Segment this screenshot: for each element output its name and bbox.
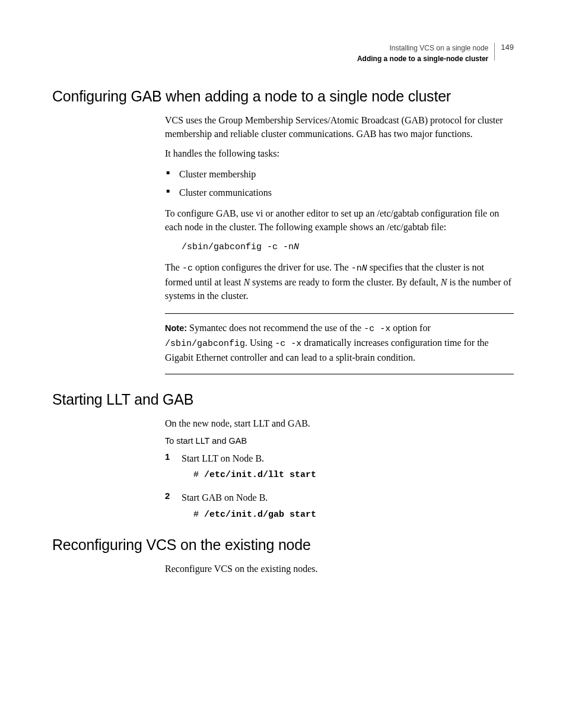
paragraph: VCS uses the Group Membership Services/A… — [165, 113, 514, 141]
code-inline: -c -x — [275, 339, 301, 349]
step-text: Start GAB on Node B. — [182, 491, 514, 504]
paragraph: The -c option configures the driver for … — [165, 260, 514, 303]
code-text: /sbin/gabconfig -c -n — [182, 242, 294, 252]
page-number: 149 — [501, 43, 514, 52]
text: systems are ready to form the cluster. B… — [250, 277, 441, 287]
section-heading-gab: Configuring GAB when adding a node to a … — [52, 88, 514, 105]
text: . Using — [245, 338, 275, 348]
procedure-heading: To start LLT and GAB — [165, 436, 514, 446]
code-inline: -c — [182, 263, 193, 274]
section-heading-reconfig: Reconfiguring VCS on the existing node — [52, 536, 514, 554]
section-heading-llt: Starting LLT and GAB — [52, 391, 514, 408]
text: option configures the driver for use. Th… — [193, 262, 351, 272]
note-box: Note: Symantec does not recommend the us… — [165, 313, 514, 374]
section-body-llt: On the new node, start LLT and GAB. To s… — [165, 417, 514, 520]
section-body-reconfig: Reconfigure VCS on the existing nodes. — [165, 562, 514, 576]
step-item: 1 Start LLT on Node B. # /etc/init.d/llt… — [165, 452, 514, 480]
prompt: # — [193, 510, 204, 520]
code-inline: /sbin/gabconfig — [165, 339, 245, 349]
list-item: Cluster communications — [165, 185, 514, 201]
command: /etc/init.d/gab start — [204, 510, 316, 520]
header-divider — [494, 43, 495, 61]
header-text: Installing VCS on a single node Adding a… — [357, 43, 488, 64]
step-text: Start LLT on Node B. — [182, 452, 514, 465]
italic-variable: N — [441, 277, 447, 287]
paragraph: On the new node, start LLT and GAB. — [165, 417, 514, 430]
step-number: 2 — [165, 491, 182, 519]
code-variable: N — [294, 242, 299, 252]
bullet-list: Cluster membership Cluster communication… — [165, 167, 514, 201]
text: The — [165, 262, 182, 272]
list-item: Cluster membership — [165, 167, 514, 182]
header-chapter: Installing VCS on a single node — [357, 43, 488, 53]
command: /etc/init.d/llt start — [204, 470, 316, 480]
command-line: # /etc/init.d/llt start — [193, 470, 514, 480]
paragraph: It handles the following tasks: — [165, 147, 514, 160]
prompt: # — [193, 470, 204, 480]
code-block: /sbin/gabconfig -c -nN — [182, 242, 514, 252]
step-body: Start GAB on Node B. # /etc/init.d/gab s… — [182, 491, 514, 519]
step-item: 2 Start GAB on Node B. # /etc/init.d/gab… — [165, 491, 514, 519]
code-inline: -c -x — [364, 324, 390, 334]
step-number: 1 — [165, 452, 182, 480]
note-label: Note: — [165, 323, 187, 333]
paragraph: To configure GAB, use vi or another edit… — [165, 206, 514, 234]
page: Installing VCS on a single node Adding a… — [0, 0, 566, 576]
note-line: Note: Symantec does not recommend the us… — [165, 321, 514, 364]
running-header: Installing VCS on a single node Adding a… — [52, 43, 514, 64]
command-line: # /etc/init.d/gab start — [193, 510, 514, 520]
step-list: 1 Start LLT on Node B. # /etc/init.d/llt… — [165, 452, 514, 519]
text: Symantec does not recommend the use of t… — [187, 323, 364, 333]
step-body: Start LLT on Node B. # /etc/init.d/llt s… — [182, 452, 514, 480]
italic-variable: N — [243, 277, 250, 287]
code-variable: N — [362, 263, 367, 274]
section-body-gab: VCS uses the Group Membership Services/A… — [165, 113, 514, 374]
paragraph: Reconfigure VCS on the existing nodes. — [165, 562, 514, 576]
header-section: Adding a node to a single-node cluster — [357, 53, 488, 64]
text: option for — [390, 323, 431, 333]
code-inline: -n — [351, 263, 362, 274]
